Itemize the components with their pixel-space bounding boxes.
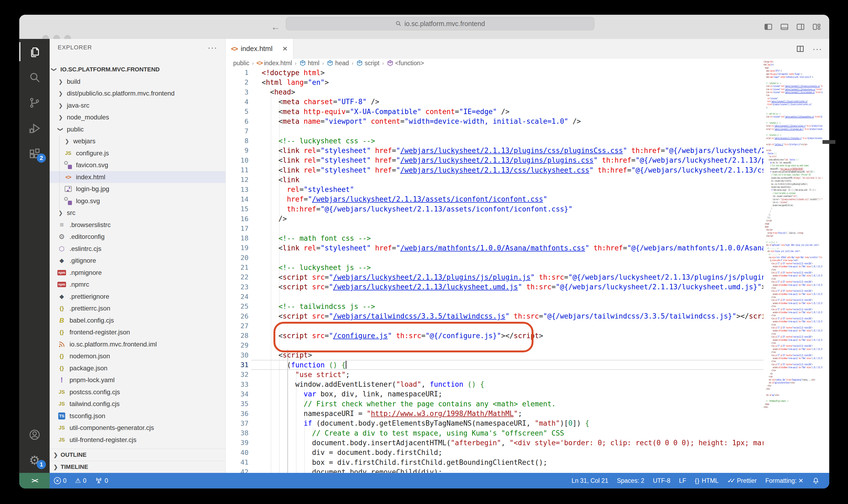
tree-item-io.sc.platform.mvc.frontend.iml[interactable]: io.sc.platform.mvc.frontend.iml — [50, 338, 225, 350]
toggle-sidebar-icon[interactable] — [764, 22, 773, 31]
split-editor-icon[interactable] — [796, 44, 805, 53]
tree-item-src[interactable]: ❯src — [50, 207, 225, 219]
command-center[interactable]: io.sc.platform.mvc.frontend — [286, 17, 594, 30]
code-line-12[interactable]: 12 <link — [226, 175, 763, 185]
breadcrumb-item[interactable]: <>index.html — [256, 59, 292, 67]
tab-index-html[interactable]: <> index.html ✕ — [226, 39, 293, 58]
code-line-10[interactable]: 10 <link rel="stylesheet" href="/webjars… — [226, 156, 763, 165]
code-line-8[interactable]: 8 <!-- luckysheet css --> — [226, 136, 763, 146]
breadcrumb-item[interactable]: <function> — [387, 59, 424, 67]
tree-item-tsconfig.json[interactable]: TStsconfig.json — [50, 410, 225, 422]
tree-item-build[interactable]: ❯build — [50, 76, 225, 88]
code-line-9[interactable]: 9 <link rel="stylesheet" href="/webjars/… — [226, 145, 763, 156]
code-line-24[interactable]: 24 — [226, 292, 763, 302]
code-line-13[interactable]: 13 rel="stylesheet" — [226, 185, 763, 195]
activity-explorer[interactable] — [19, 39, 50, 65]
code-line-19[interactable]: 19 <link rel="stylesheet" href="/webjars… — [226, 243, 763, 253]
tree-item-nodemon.json[interactable]: {}nodemon.json — [50, 350, 225, 362]
explorer-more-icon[interactable]: ··· — [208, 43, 217, 52]
editor-more-icon[interactable]: ··· — [813, 44, 822, 53]
toggle-secondary-sidebar-icon[interactable] — [796, 22, 805, 31]
tree-item-frontend-register.json[interactable]: {}frontend-register.json — [50, 326, 225, 338]
tree-item-node-modules[interactable]: ❯node_modules — [50, 111, 225, 123]
tree-item-webpack.config.common.cjs[interactable]: JSwebpack.config.common.cjs — [50, 446, 225, 449]
code-line-36[interactable]: 36 namespaceURI = "http://www.w3.org/199… — [226, 409, 763, 419]
code-line-31[interactable]: 31 (function () { — [226, 360, 763, 370]
tree-item-tailwind.config.cjs[interactable]: JStailwind.config.cjs — [50, 398, 225, 410]
back-icon[interactable]: ← — [271, 22, 280, 32]
toggle-panel-icon[interactable] — [780, 22, 789, 31]
code-line-33[interactable]: 33 window.addEventListener("load", funct… — [226, 379, 763, 390]
code-line-17[interactable]: 17 — [226, 223, 763, 233]
tree-item-.npmignore[interactable]: npm.npmignore — [50, 267, 225, 278]
code-line-22[interactable]: 22 <script src="/webjars/luckysheet/2.1.… — [226, 272, 763, 282]
tree-item-pnpm-lock.yaml[interactable]: !pnpm-lock.yaml — [50, 374, 225, 386]
tree-item-.gitignore[interactable]: ◆.gitignore — [50, 255, 225, 267]
status-spaces-2[interactable]: Spaces: 2 — [613, 473, 649, 488]
tree-item-dist-public-io.sc.platform.mvc.frontend[interactable]: ❯dist/public/io.sc.platform.mvc.frontend — [50, 88, 225, 99]
code-line-20[interactable]: 20 — [226, 253, 763, 263]
tree-item-util-components-generator.cjs[interactable]: JSutil-components-generator.cjs — [50, 422, 225, 434]
code-line-1[interactable]: 1<!doctype html> — [226, 68, 763, 77]
status-utf-8[interactable]: UTF-8 — [649, 473, 675, 488]
code-line-25[interactable]: 25 <!-- tailwindcss js --> — [226, 301, 763, 311]
timeline-section[interactable]: ❯ TIMELINE — [50, 461, 225, 473]
code-line-21[interactable]: 21 <!-- luckysheet js --> — [226, 263, 763, 272]
code-line-18[interactable]: 18 <!-- math font css --> — [226, 233, 763, 243]
status-bell[interactable] — [808, 473, 824, 488]
code-line-15[interactable]: 15 th:href="@{/webjars/luckysheet/2.1.13… — [226, 204, 763, 214]
status-ln-31-col-21[interactable]: Ln 31, Col 21 — [567, 473, 613, 488]
tree-item-.npmrc[interactable]: npm.npmrc — [50, 278, 225, 290]
status-html[interactable]: {}HTML — [690, 473, 723, 488]
status-prettier[interactable]: ✓✓Prettier — [723, 473, 761, 488]
code-line-37[interactable]: 37 if (document.body.getElementsByTagNam… — [226, 418, 763, 428]
activity-source-control[interactable] — [19, 90, 50, 115]
tree-item-public[interactable]: ❯public — [50, 123, 225, 135]
minimap[interactable]: <!doctype html><html lang="en"> <head> <… — [763, 60, 823, 473]
code-line-3[interactable]: 3 <head> — [226, 87, 763, 97]
remote-indicator[interactable]: >< — [19, 473, 50, 488]
code-line-35[interactable]: 35 // First check whether the page conta… — [226, 399, 763, 409]
code-line-38[interactable]: 38 // Create a div to test mspace, using… — [226, 428, 763, 438]
code-line-26[interactable]: 26 <script src="/webjars/tailwindcss/3.3… — [226, 311, 763, 321]
code-line-14[interactable]: 14 href="/webjars/luckysheet/2.1.13/asse… — [226, 194, 763, 204]
breadcrumb-item[interactable]: script — [356, 59, 379, 67]
activity-account[interactable] — [19, 422, 50, 447]
status-0[interactable]: ✕0 — [50, 473, 71, 488]
outline-section[interactable]: ❯ OUTLINE — [50, 449, 225, 461]
breadcrumb-item[interactable]: public — [233, 59, 249, 67]
tree-item-postcss.config.cjs[interactable]: JSpostcss.config.cjs — [50, 386, 225, 398]
tree-item-configure.js[interactable]: JSconfigure.js — [50, 147, 225, 159]
code-line-34[interactable]: 34 var box, div, link, namespaceURI; — [226, 389, 763, 399]
code-line-39[interactable]: 39 document.body.insertAdjacentHTML("aft… — [226, 438, 763, 448]
tree-item-index.html[interactable]: <>index.html — [50, 171, 225, 183]
status-0[interactable]: 0 — [91, 473, 112, 488]
close-tab-icon[interactable]: ✕ — [282, 45, 288, 53]
code-line-42[interactable]: 42 document.body.removeChild(div); — [226, 467, 763, 473]
tree-item-logo.svg[interactable]: logo.svg — [50, 195, 225, 207]
code-line-2[interactable]: 2<html lang="en"> — [226, 77, 763, 87]
tree-item-.eslintrc.cjs[interactable]: ⬡.eslintrc.cjs — [50, 243, 225, 255]
code-editor[interactable]: 1<!doctype html>2<html lang="en">3 <head… — [226, 68, 763, 473]
breadcrumb-item[interactable]: head — [327, 59, 349, 67]
tree-item-favicon.svg[interactable]: favicon.svg — [50, 159, 225, 171]
tree-item-io.sc.platform.mvc.frontend[interactable]: ❯IO.SC.PLATFORM.MVC.FRONTEND — [50, 64, 225, 75]
code-line-4[interactable]: 4 <meta charset="UTF-8" /> — [226, 97, 763, 107]
tree-item-.prettierrc.json[interactable]: {}.prettierrc.json — [50, 303, 225, 314]
code-line-6[interactable]: 6 <meta name="viewport" content="width=d… — [226, 116, 763, 126]
code-line-11[interactable]: 11 <link rel="stylesheet" href="/webjars… — [226, 165, 763, 175]
tree-item-login-bg.jpg[interactable]: login-bg.jpg — [50, 183, 225, 195]
activity-run-debug[interactable] — [19, 115, 50, 141]
tree-item-java-src[interactable]: ❯java-src — [50, 100, 225, 111]
activity-search[interactable] — [19, 65, 50, 90]
activity-extensions[interactable]: 2 — [19, 141, 50, 166]
code-line-32[interactable]: 32 "use strict"; — [226, 370, 763, 379]
tree-item-util-frontend-register.cjs[interactable]: JSutil-frontend-register.cjs — [50, 434, 225, 446]
status-formatting-[interactable]: Formatting: ✕ — [761, 473, 808, 488]
code-line-7[interactable]: 7 — [226, 126, 763, 136]
tree-item-babel.config.cjs[interactable]: Bbabel.config.cjs — [50, 314, 225, 326]
breadcrumb-item[interactable]: html — [299, 59, 319, 67]
code-line-41[interactable]: 41 box = div.firstChild.firstChild.getBo… — [226, 457, 763, 467]
tree-item-package.json[interactable]: {}package.json — [50, 362, 225, 374]
customize-layout-icon[interactable] — [812, 22, 821, 31]
